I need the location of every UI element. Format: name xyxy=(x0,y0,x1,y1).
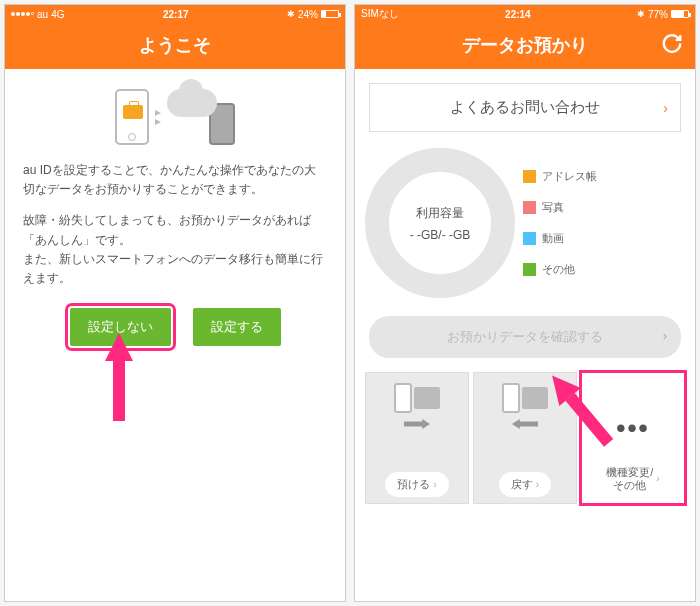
deposit-illustration-icon xyxy=(394,383,440,413)
status-time: 22:17 xyxy=(64,9,287,20)
page-title: データお預かり xyxy=(355,23,695,69)
refresh-icon[interactable] xyxy=(661,33,683,60)
other-label: 機種変更/ その他 xyxy=(606,466,653,492)
briefcase-icon xyxy=(123,105,143,119)
battery-icon xyxy=(321,10,339,18)
phone-left: au 4G 22:17 ✱ 24% ようこそ au IDを設定することで、かんた… xyxy=(4,4,346,602)
battery-label: 77% xyxy=(648,9,668,20)
phone-source-icon xyxy=(115,89,149,145)
confirm-data-button[interactable]: お預かりデータを確認する › xyxy=(369,316,681,358)
faq-button[interactable]: よくあるお問い合わせ › xyxy=(369,83,681,132)
phone-right: SIMなし 22:14 ✱ 77% データお預かり よくあるお問い合わせ › 利… xyxy=(354,4,696,602)
battery-icon xyxy=(671,10,689,18)
faq-label: よくあるお問い合わせ xyxy=(450,98,600,117)
welcome-illustration xyxy=(17,89,333,145)
battery-label: 24% xyxy=(298,9,318,20)
bluetooth-icon: ✱ xyxy=(287,9,295,19)
status-bar: SIMなし 22:14 ✱ 77% xyxy=(355,5,695,23)
cloud-icon xyxy=(167,89,217,117)
usage-donut-chart: 利用容量 - -GB/- -GB xyxy=(365,148,515,298)
chevron-right-icon: › xyxy=(663,328,667,343)
restore-label: 戻す xyxy=(511,477,533,492)
page-title: ようこそ xyxy=(5,23,345,69)
chevron-right-icon: › xyxy=(536,479,539,490)
arrow-left-icon xyxy=(512,419,538,429)
network-label: 4G xyxy=(51,9,64,20)
carrier-label: SIMなし xyxy=(361,7,399,21)
arrow-right-icon xyxy=(404,419,430,429)
more-dots-icon: ••• xyxy=(616,413,649,444)
status-time: 22:14 xyxy=(399,9,637,20)
restore-illustration-icon xyxy=(502,383,548,413)
chevron-right-icon: › xyxy=(656,473,659,485)
carrier-label: au xyxy=(37,9,48,20)
chevron-right-icon: › xyxy=(663,100,668,116)
legend: アドレス帳 写真 動画 その他 xyxy=(523,169,597,277)
transfer-arrows-icon xyxy=(155,110,161,125)
usage-value: - -GB/- -GB xyxy=(410,228,471,242)
deposit-label: 預ける xyxy=(397,477,430,492)
swatch-icon xyxy=(523,170,536,183)
bluetooth-icon: ✱ xyxy=(637,9,645,19)
deposit-cell[interactable]: 預ける› xyxy=(365,372,469,504)
setup-button[interactable]: 設定する xyxy=(193,308,281,346)
welcome-paragraph-2: 故障・紛失してしまっても、お預かりデータがあれば「あんしん」です。 また、新しい… xyxy=(23,211,327,288)
status-bar: au 4G 22:17 ✱ 24% xyxy=(5,5,345,23)
swatch-icon xyxy=(523,201,536,214)
swatch-icon xyxy=(523,263,536,276)
chevron-right-icon: › xyxy=(433,479,436,490)
swatch-icon xyxy=(523,232,536,245)
usage-label: 利用容量 xyxy=(416,205,464,222)
welcome-paragraph-1: au IDを設定することで、かんたんな操作であなたの大切なデータをお預かりするこ… xyxy=(23,161,327,199)
legend-item-photo: 写真 xyxy=(523,200,597,215)
annotation-arrow-icon xyxy=(105,333,133,423)
legend-item-address: アドレス帳 xyxy=(523,169,597,184)
legend-item-other: その他 xyxy=(523,262,597,277)
legend-item-video: 動画 xyxy=(523,231,597,246)
